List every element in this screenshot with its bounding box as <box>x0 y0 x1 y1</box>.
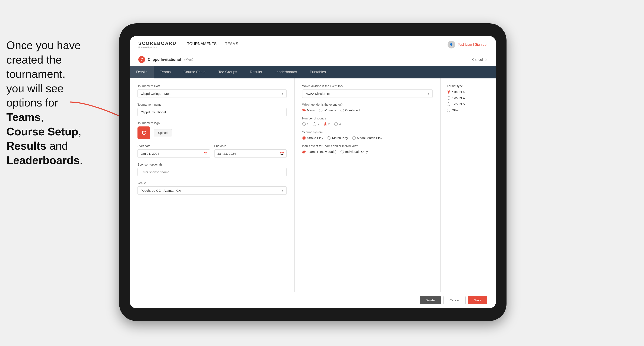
logo-section: Tournament logo C Upload <box>138 121 287 139</box>
scoring-match[interactable]: Match Play <box>328 136 348 140</box>
format-5count4[interactable]: 5 count 4 <box>447 90 490 94</box>
format-6count5-radio[interactable] <box>447 102 450 106</box>
host-select[interactable]: Clippd College - Men <box>138 89 287 98</box>
rounds-1-radio[interactable] <box>302 122 306 126</box>
instruction-teams: Teams <box>6 111 41 123</box>
upload-button[interactable]: Upload <box>154 129 172 137</box>
event-individuals[interactable]: Individuals Only <box>340 150 368 154</box>
nav-tournaments[interactable]: TOURNAMENTS <box>187 42 217 47</box>
venue-label: Venue <box>138 181 287 185</box>
tab-tee-groups[interactable]: Tee Groups <box>212 66 244 78</box>
rounds-4[interactable]: 4 <box>334 122 341 126</box>
user-label: Test User | Sign out <box>458 43 487 46</box>
format-6count5[interactable]: 6 count 5 <box>447 102 490 106</box>
rounds-1-label: 1 <box>307 122 308 126</box>
event-type-radio-row: Teams (+Individuals) Individuals Only <box>302 150 433 154</box>
event-individuals-radio[interactable] <box>340 150 344 154</box>
scoring-medal-radio[interactable] <box>352 136 356 140</box>
format-6count4[interactable]: 6 count 4 <box>447 96 490 100</box>
rounds-2[interactable]: 2 <box>313 122 319 126</box>
tab-leaderboards[interactable]: Leaderboards <box>268 66 304 78</box>
division-select[interactable]: NCAA Division III <box>302 89 433 98</box>
end-date-field: End date 📅 <box>214 144 287 158</box>
save-button[interactable]: Save <box>468 296 487 304</box>
breadcrumb-subtitle: (Men) <box>184 58 193 61</box>
format-label: Format type <box>447 84 490 88</box>
division-section: Which division is the event for? NCAA Di… <box>302 84 433 98</box>
rounds-4-radio[interactable] <box>334 122 338 126</box>
format-6count4-label: 6 count 4 <box>452 96 465 100</box>
logo-preview: C <box>138 127 150 139</box>
format-other-label: Other <box>452 108 460 112</box>
start-date-field: Start date 📅 <box>138 144 210 158</box>
tab-results[interactable]: Results <box>244 66 268 78</box>
event-teams[interactable]: Teams (+Individuals) <box>302 150 336 154</box>
scoring-label: Scoring system <box>302 131 433 134</box>
format-section: Format type 5 count 4 6 count 4 6 cou <box>447 84 490 112</box>
gender-combined[interactable]: Combined <box>340 108 360 112</box>
name-input[interactable] <box>138 108 287 116</box>
logo-upload-row: C Upload <box>138 127 287 139</box>
logo-label: Tournament logo <box>138 121 287 125</box>
scoring-stroke-radio[interactable] <box>302 136 306 140</box>
tab-course-setup[interactable]: Course Setup <box>177 66 212 78</box>
sponsor-section: Sponsor (optional) <box>138 163 287 176</box>
event-type-section: Is this event for Teams and/or Individua… <box>302 144 433 154</box>
rounds-2-radio[interactable] <box>313 122 316 126</box>
end-date-input[interactable] <box>214 149 287 158</box>
venue-select-wrapper: Peachtree GC - Atlanta - GA <box>138 186 287 195</box>
gender-mens[interactable]: Mens <box>302 108 315 112</box>
rounds-3[interactable]: 3 <box>324 122 330 126</box>
scoring-medal[interactable]: Medal Match Play <box>352 136 382 140</box>
event-teams-label: Teams (+Individuals) <box>307 150 336 154</box>
name-label: Tournament name <box>138 103 287 106</box>
logo-main-text: SCOREBOARD <box>138 41 176 46</box>
host-label: Tournament Host <box>138 84 287 88</box>
venue-section: Venue Peachtree GC - Atlanta - GA <box>138 181 287 195</box>
scoring-match-radio[interactable] <box>328 136 331 140</box>
gender-womens-radio[interactable] <box>319 109 322 112</box>
tablet-frame: SCOREBOARD Powered by clippd TOURNAMENTS… <box>119 23 506 321</box>
tab-navigation: Details Teams Course Setup Tee Groups Re… <box>130 66 496 78</box>
scoring-stroke[interactable]: Stroke Play <box>302 136 323 140</box>
cancel-button[interactable]: Cancel <box>443 296 466 304</box>
format-5count4-radio[interactable] <box>447 90 450 94</box>
gender-mens-radio[interactable] <box>302 109 306 112</box>
venue-select[interactable]: Peachtree GC - Atlanta - GA <box>138 186 287 195</box>
format-other[interactable]: Other <box>447 108 490 112</box>
nav-left: SCOREBOARD Powered by clippd TOURNAMENTS… <box>138 41 238 49</box>
division-label: Which division is the event for? <box>302 84 433 88</box>
scoreboard-logo: SCOREBOARD Powered by clippd <box>138 41 176 49</box>
tab-printables[interactable]: Printables <box>304 66 332 78</box>
format-other-radio[interactable] <box>447 109 450 112</box>
start-date-icon: 📅 <box>203 152 208 156</box>
event-individuals-label: Individuals Only <box>345 150 368 154</box>
sign-out-link[interactable]: Sign out <box>475 43 487 46</box>
end-date-wrapper: 📅 <box>214 149 287 158</box>
format-6count5-label: 6 count 5 <box>452 102 465 106</box>
logo-sub-text: Powered by clippd <box>138 46 176 49</box>
gender-womens[interactable]: Womens <box>319 108 336 112</box>
rounds-1[interactable]: 1 <box>302 122 308 126</box>
event-teams-radio[interactable] <box>302 150 306 154</box>
start-date-input[interactable] <box>138 149 210 158</box>
delete-button[interactable]: Delete <box>420 296 441 304</box>
format-radio-col: 5 count 4 6 count 4 6 count 5 Other <box>447 90 490 112</box>
cancel-breadcrumb-button[interactable]: Cancel ✕ <box>472 58 487 62</box>
rounds-radio-row: 1 2 3 4 <box>302 122 433 126</box>
rounds-3-radio[interactable] <box>324 122 327 126</box>
nav-teams[interactable]: TEAMS <box>225 42 238 47</box>
instruction-line4: you will see <box>6 82 64 95</box>
format-6count4-radio[interactable] <box>447 96 450 100</box>
start-date-wrapper: 📅 <box>138 149 210 158</box>
sponsor-label: Sponsor (optional) <box>138 163 287 166</box>
gender-radio-row: Mens Womens Combined <box>302 108 433 112</box>
breadcrumb-title: Clippd Invitational <box>148 57 181 62</box>
instruction-results: Results <box>6 140 46 152</box>
tab-details[interactable]: Details <box>130 66 154 78</box>
nav-right: 👤 Test User | Sign out <box>448 41 487 48</box>
sponsor-input[interactable] <box>138 168 287 176</box>
gender-combined-radio[interactable] <box>340 109 344 112</box>
gender-section: Which gender is the event for? Mens Wome… <box>302 103 433 112</box>
tab-teams[interactable]: Teams <box>154 66 177 78</box>
